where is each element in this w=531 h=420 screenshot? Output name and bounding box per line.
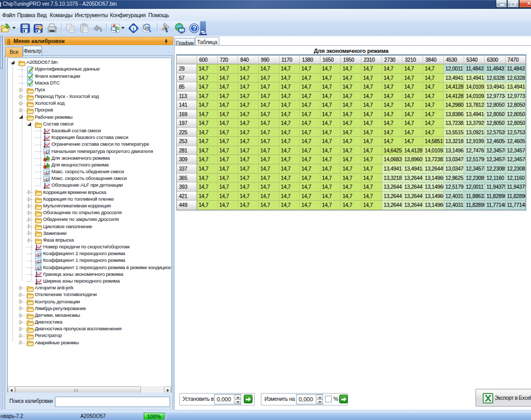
svg-text:2: 2 [47, 150, 50, 155]
svg-text:2: 2 [39, 259, 41, 264]
svg-text:?: ? [192, 25, 196, 32]
svg-text:i: i [133, 26, 134, 32]
svg-text:2: 2 [39, 266, 41, 271]
svg-text:10: 10 [145, 25, 149, 30]
svg-text:2: 2 [47, 177, 50, 182]
svg-text:2: 2 [47, 170, 50, 175]
svg-text:2: 2 [39, 252, 41, 257]
